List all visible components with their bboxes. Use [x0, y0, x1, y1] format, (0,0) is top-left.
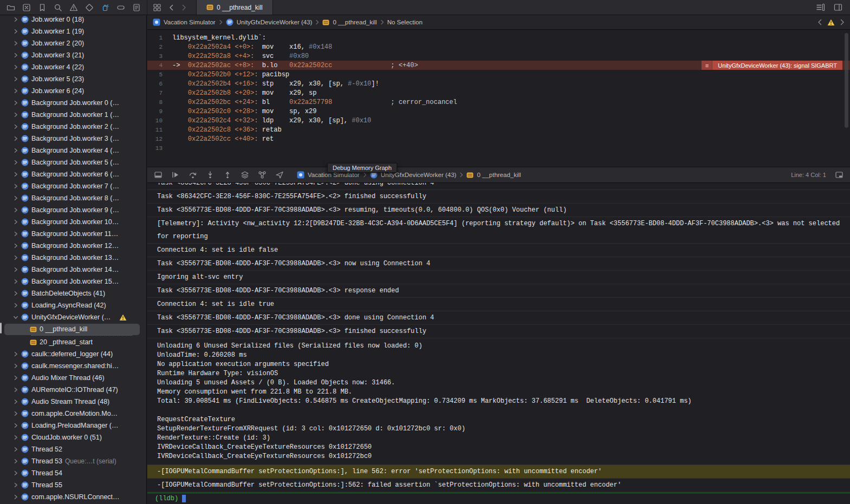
chevron-right-icon[interactable] [13, 482, 18, 488]
issues-warning-icon[interactable] [69, 3, 78, 12]
text-cursor[interactable] [182, 495, 186, 502]
thread-item[interactable]: Thread 54 [0, 467, 146, 479]
chevron-down-icon[interactable] [13, 315, 18, 320]
console-row[interactable]: Task <86342CFC-3E28-456F-830C-7E255FA754… [147, 190, 850, 204]
disassembly-line[interactable]: 5 0x22a2502b0 <+12>: pacibsp [147, 70, 850, 79]
thread-item[interactable]: Job.worker 0 (18) [0, 15, 146, 25]
thread-item[interactable]: Thread 55 [0, 479, 146, 491]
location-simulate-icon[interactable] [275, 171, 284, 179]
chevron-right-icon[interactable] [13, 255, 18, 260]
x-square-icon[interactable] [22, 3, 31, 12]
console-row[interactable]: Task <86342CFC-3E28-456F-830C-7E255FA754… [147, 183, 850, 190]
chevron-right-icon[interactable] [13, 172, 18, 177]
previous-issue-chevron-icon[interactable] [817, 19, 822, 25]
chevron-right-icon[interactable] [13, 207, 18, 213]
thread-item[interactable]: Background Job.worker 11… [0, 228, 146, 240]
chevron-right-icon[interactable] [13, 219, 18, 225]
chevron-right-icon[interactable] [13, 184, 18, 189]
crash-annotation[interactable]: ≡UnityGfxDeviceWorker (43): signal SIGAB… [702, 61, 842, 70]
step-into-icon[interactable] [206, 171, 215, 179]
continue-execution-icon[interactable] [171, 171, 180, 179]
thread-item[interactable]: UnityGfxDeviceWorker (… [0, 311, 146, 323]
thread-item[interactable]: Audio Mixer Thread (46) [0, 372, 146, 384]
thread-item[interactable]: Background Job.worker 2 (… [0, 121, 146, 133]
console-row[interactable]: Task <3556773E-BD08-4DDD-AF3F-70C3988ADA… [147, 257, 850, 271]
console-row[interactable]: Connection 4: set is idle true [147, 298, 850, 311]
chevron-right-icon[interactable] [13, 447, 18, 452]
thread-item[interactable]: caulk::deferred_logger (44) [0, 348, 146, 360]
console-row[interactable]: Ignoring alt-svc entry [147, 271, 850, 284]
console-row[interactable]: Unloading 6 Unused Serialized files (Ser… [147, 338, 850, 465]
disassembly-view[interactable]: 1libsystem_kernel.dylib`:2 0x22a2502a4 <… [147, 30, 850, 167]
disassembly-line[interactable]: 12 0x22a2502cc <+40>: ret [147, 134, 850, 143]
thread-item[interactable]: AURemoteIO::IOThread (47) [0, 384, 146, 396]
disassembly-line[interactable]: 3 0x22a2502a8 <+4>: svc #0x80 [147, 51, 850, 61]
report-doc-icon[interactable] [132, 3, 141, 12]
chevron-right-icon[interactable] [13, 399, 18, 404]
thread-item[interactable]: Background Job.worker 12… [0, 240, 146, 252]
thread-item[interactable]: caulk.messenger.shared:hi… [0, 360, 146, 372]
chevron-right-icon[interactable] [13, 160, 18, 165]
editor-scrollbar[interactable] [845, 33, 848, 128]
back-chevron-icon[interactable] [169, 4, 174, 11]
thread-item[interactable]: com.apple.NSURLConnect… [0, 491, 146, 503]
debug-crumb-frame[interactable]: 0 __pthread_kill [477, 172, 521, 178]
stack-frame-item[interactable]: 0 __pthread_kill [0, 323, 146, 335]
thread-item[interactable]: Audio Stream Thread (48) [0, 396, 146, 408]
thread-item[interactable]: Background Job.worker 10… [0, 216, 146, 228]
chevron-right-icon[interactable] [13, 100, 18, 106]
stack-frame-item[interactable]: 20 _pthread_start [0, 336, 146, 348]
editor-options-icon[interactable] [816, 3, 825, 11]
thread-item[interactable]: Background Job.worker 9 (… [0, 204, 146, 216]
chevron-right-icon[interactable] [13, 375, 18, 381]
breadcrumb-item-selection[interactable]: No Selection [387, 19, 423, 25]
thread-item[interactable]: Background Job.worker 6 (… [0, 168, 146, 180]
bookmark-icon[interactable] [38, 3, 47, 12]
chevron-right-icon[interactable] [13, 494, 18, 500]
memory-graph-icon[interactable] [258, 171, 267, 179]
thread-item[interactable]: Background Job.worker 7 (… [0, 180, 146, 192]
chevron-right-icon[interactable] [13, 88, 18, 94]
breadcrumb-item-app[interactable]: Vacation Simulator [164, 19, 216, 25]
forward-chevron-icon[interactable] [181, 4, 186, 11]
chevron-right-icon[interactable] [13, 363, 18, 369]
disassembly-line[interactable]: 6 0x22a2502b4 <+16>: stp x29, x30, [sp, … [147, 79, 850, 88]
disassembly-line[interactable]: 8 0x22a2502bc <+24>: bl 0x22a257798 ; ce… [147, 97, 850, 107]
thread-item[interactable]: Background Job.worker 1 (… [0, 109, 146, 121]
thread-item[interactable]: com.apple.CoreMotion.Mo… [0, 408, 146, 420]
thread-item[interactable]: Background Job.worker 14… [0, 264, 146, 276]
thread-item[interactable]: Background Job.worker 8 (… [0, 192, 146, 204]
disassembly-line[interactable]: 11 0x22a2502c8 <+36>: retab [147, 125, 850, 134]
chevron-right-icon[interactable] [13, 351, 18, 357]
chevron-right-icon[interactable] [13, 243, 18, 248]
chevron-right-icon[interactable] [13, 470, 18, 476]
chevron-right-icon[interactable] [13, 435, 18, 440]
console-row[interactable]: Task <3556773E-BD08-4DDD-AF3F-70C3988ADA… [147, 204, 850, 217]
thread-item[interactable]: Loading.AsyncRead (42) [0, 299, 146, 311]
chevron-right-icon[interactable] [13, 411, 18, 416]
chevron-right-icon[interactable] [13, 112, 18, 117]
chevron-right-icon[interactable] [13, 279, 18, 284]
add-editor-icon[interactable] [834, 3, 842, 11]
warning-icon[interactable] [827, 19, 835, 26]
step-out-icon[interactable] [223, 171, 232, 179]
thread-item[interactable]: Job.worker 1 (19) [0, 25, 146, 37]
tab-overview-grid-icon[interactable] [153, 3, 161, 12]
disassembly-line[interactable]: 4-> 0x22a2502ac <+8>: b.lo 0x22a2502cc ;… [147, 61, 850, 70]
thread-item[interactable]: Job.worker 5 (23) [0, 73, 146, 85]
chevron-right-icon[interactable] [13, 303, 18, 308]
thread-item[interactable]: Background Job.worker 4 (… [0, 145, 146, 156]
chevron-right-icon[interactable] [13, 195, 18, 201]
debug-console[interactable]: Task <86342CFC-3E28-456F-830C-7E255FA754… [147, 183, 850, 493]
search-icon[interactable] [54, 3, 62, 12]
chevron-right-icon[interactable] [13, 41, 18, 46]
thread-item[interactable]: Job.worker 3 (21) [0, 49, 146, 61]
thread-item[interactable]: Background Job.worker 15… [0, 276, 146, 287]
chevron-right-icon[interactable] [13, 29, 18, 34]
annotation-lines-icon[interactable]: ≡ [702, 61, 712, 70]
thread-item[interactable]: CloudJob.worker 0 (51) [0, 431, 146, 443]
chevron-right-icon[interactable] [13, 64, 18, 70]
chevron-right-icon[interactable] [13, 267, 18, 272]
console-row[interactable]: Task <3556773E-BD08-4DDD-AF3F-70C3988ADA… [147, 311, 850, 325]
next-issue-chevron-icon[interactable] [840, 19, 845, 25]
